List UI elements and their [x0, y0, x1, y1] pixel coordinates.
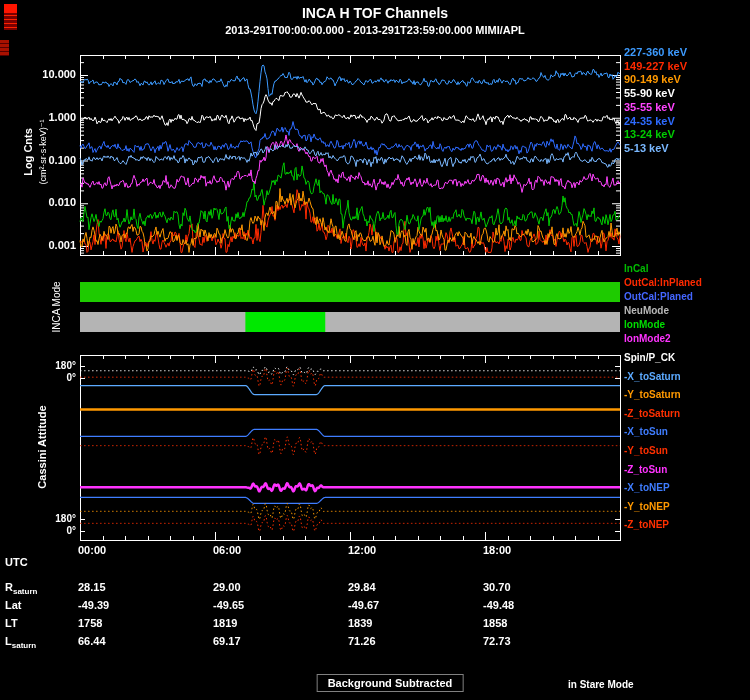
energy-legend-item: 24-35 keV [624, 115, 675, 127]
mode-legend-item: IonMode2 [624, 333, 671, 344]
attitude-y-tick-label: 0° [16, 525, 76, 536]
energy-legend-item: 5-13 keV [624, 142, 669, 154]
mode-legend-item: NeuMode [624, 305, 669, 316]
ephemeris-value: 72.73 [483, 635, 511, 647]
ephemeris-value: 69.17 [213, 635, 241, 647]
page-subtitle: 2013-291T00:00:00.000 - 2013-291T23:59:0… [0, 24, 750, 36]
x-tick-label: 00:00 [78, 544, 106, 556]
energy-legend-item: 55-90 keV [624, 87, 675, 99]
energy-legend-item: 13-24 keV [624, 128, 675, 140]
top-y-tick-label: 1.000 [6, 111, 76, 123]
ephemeris-row-label: Lat [5, 599, 22, 611]
x-tick-label: 12:00 [348, 544, 376, 556]
ephemeris-value: 71.26 [348, 635, 376, 647]
top-y-tick-label: 10.000 [6, 68, 76, 80]
attitude-legend-item: -X_toNEP [624, 482, 670, 493]
attitude-legend-item: -Z_toNEP [624, 519, 669, 530]
ephemeris-value: 1819 [213, 617, 237, 629]
top-panel-ylabel: Log Cnts [22, 128, 34, 176]
ephemeris-row-label: LT [5, 617, 18, 629]
ephemeris-row-label: Rsaturn [5, 581, 37, 593]
ephemeris-value: -49.48 [483, 599, 514, 611]
mode-legend-item: OutCal:Planed [624, 291, 693, 302]
ephemeris-value: 1839 [348, 617, 372, 629]
attitude-legend-item: -Y_toSaturn [624, 389, 681, 400]
mode-panel-ylabel: INCA Mode [51, 281, 62, 332]
attitude-legend-item: -Y_toSun [624, 445, 668, 456]
ephemeris-row-label: Lsaturn [5, 635, 36, 647]
attitude-legend-item: -Z_toSaturn [624, 408, 680, 419]
energy-legend-item: 149-227 keV [624, 60, 687, 72]
attitude-legend-item: -Z_toSun [624, 464, 667, 475]
mode-legend-item: OutCal:InPlaned [624, 277, 702, 288]
ephemeris-value: -49.67 [348, 599, 379, 611]
attitude-y-tick-label: 180° [16, 360, 76, 371]
footer-stare-mode: in Stare Mode [568, 679, 634, 690]
attitude-legend-item: Spin/P_CK [624, 352, 675, 363]
attitude-panel-ylabel: Cassini Attitude [36, 405, 48, 488]
mode-legend-item: InCal [624, 263, 648, 274]
ephemeris-value: 30.70 [483, 581, 511, 593]
mode-legend-item: IonMode [624, 319, 665, 330]
attitude-legend-item: -Y_toNEP [624, 501, 670, 512]
x-tick-label: 06:00 [213, 544, 241, 556]
attitude-y-tick-label: 180° [16, 513, 76, 524]
inca-tof-plot-page: INCA H TOF Channels 2013-291T00:00:00.00… [0, 0, 750, 700]
ephemeris-value: 1858 [483, 617, 507, 629]
ephemeris-value: 29.00 [213, 581, 241, 593]
ephemeris-value: -49.39 [78, 599, 109, 611]
x-tick-label: 18:00 [483, 544, 511, 556]
ephemeris-value: 29.84 [348, 581, 376, 593]
ephemeris-value: 66.44 [78, 635, 106, 647]
top-y-tick-label: 0.001 [6, 239, 76, 251]
footer-background-subtracted: Background Subtracted [317, 674, 464, 692]
top-panel-ylabel-units: (cm²·sr·s·keV)⁻¹ [38, 119, 48, 184]
energy-legend-item: 227-360 keV [624, 46, 687, 58]
ephemeris-value: 28.15 [78, 581, 106, 593]
utc-label: UTC [5, 556, 28, 568]
top-y-tick-label: 0.010 [6, 196, 76, 208]
top-y-tick-label: 0.100 [6, 154, 76, 166]
energy-legend-item: 90-149 keV [624, 73, 681, 85]
ephemeris-value: 1758 [78, 617, 102, 629]
ephemeris-row-label-subscript: saturn [13, 587, 37, 596]
attitude-y-tick-label: 0° [16, 372, 76, 383]
attitude-legend-item: -X_toSun [624, 426, 668, 437]
page-title: INCA H TOF Channels [0, 5, 750, 21]
energy-legend-item: 35-55 keV [624, 101, 675, 113]
attitude-legend-item: -X_toSaturn [624, 371, 681, 382]
ephemeris-value: -49.65 [213, 599, 244, 611]
ephemeris-row-label-subscript: saturn [12, 641, 36, 650]
